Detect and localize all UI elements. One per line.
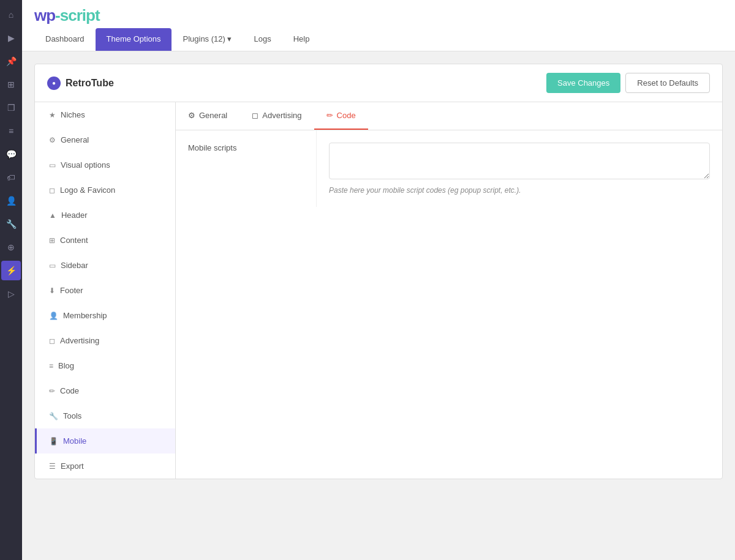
plugins-label: Plugins (12) — [183, 34, 225, 43]
right-content: ⚙ General ◻ Advertising ✏ Code — [176, 102, 722, 479]
blog-icon: ≡ — [49, 362, 53, 370]
content-icon: ⊞ — [49, 236, 55, 245]
content-area: Mobile scripts Paste here your mobile sc… — [176, 130, 722, 207]
sidebar-icon-user[interactable]: 👤 — [1, 191, 21, 211]
sidebar-icon-pin[interactable]: 📌 — [1, 51, 21, 71]
left-nav-item-blog[interactable]: ≡ Blog — [35, 353, 175, 378]
visual-options-label: Visual options — [61, 160, 110, 170]
icon-sidebar: ⌂ ▶ 📌 ⊞ ❒ ≡ 💬 🏷 👤 🔧 ⊕ ⚡ ▷ — [0, 0, 22, 560]
sidebar-icon-tag[interactable]: 🏷 — [1, 168, 21, 187]
sidebar-icon-layers[interactable]: ❒ — [1, 98, 21, 118]
page-content: ● RetroTube Save Changes Reset to Defaul… — [22, 51, 735, 560]
tools-label: Tools — [63, 411, 81, 420]
top-bar: wp-script Dashboard Theme Options Plugin… — [22, 0, 735, 51]
left-nav-item-niches[interactable]: ★ Niches — [35, 102, 175, 127]
sub-tabs: ⚙ General ◻ Advertising ✏ Code — [176, 102, 722, 130]
niches-icon: ★ — [49, 111, 56, 119]
mobile-icon: 📱 — [49, 437, 58, 446]
plugins-dropdown-icon: ▾ — [227, 34, 232, 43]
reset-defaults-button[interactable]: Reset to Defaults — [625, 73, 710, 93]
sub-tab-advertising[interactable]: ◻ Advertising — [239, 102, 314, 130]
mobile-label: Mobile — [63, 436, 86, 446]
input-col: Paste here your mobile script codes (eg … — [317, 130, 722, 207]
save-changes-button[interactable]: Save Changes — [546, 73, 620, 93]
advertising-icon: ◻ — [49, 337, 55, 345]
left-nav-item-header[interactable]: ▲ Header — [35, 203, 175, 228]
nav-tab-logs[interactable]: Logs — [243, 28, 282, 51]
nav-tab-plugins[interactable]: Plugins (12) ▾ — [172, 28, 243, 51]
main-content: wp-script Dashboard Theme Options Plugin… — [22, 0, 735, 560]
sub-tab-general-label: General — [199, 111, 227, 120]
panel-title-text: RetroTube — [66, 78, 114, 89]
blog-label: Blog — [58, 361, 74, 370]
membership-label: Membership — [63, 311, 107, 320]
left-nav-item-visual-options[interactable]: ▭ Visual options — [35, 152, 175, 177]
sidebar-icon-comment[interactable]: 💬 — [1, 144, 21, 164]
membership-icon: 👤 — [49, 312, 58, 320]
left-nav-item-general[interactable]: ⚙ General — [35, 127, 175, 152]
section-label-col: Mobile scripts — [176, 130, 317, 207]
nav-tab-dashboard[interactable]: Dashboard — [34, 28, 96, 51]
panel-header: ● RetroTube Save Changes Reset to Defaul… — [35, 64, 722, 102]
code-label: Code — [60, 386, 79, 395]
sub-tab-advertising-label: Advertising — [262, 111, 301, 120]
export-label: Export — [61, 461, 84, 471]
panel-title: ● RetroTube — [47, 77, 114, 90]
left-nav-item-footer[interactable]: ⬇ Footer — [35, 278, 175, 303]
theme-panel: ● RetroTube Save Changes Reset to Defaul… — [34, 64, 723, 479]
left-nav-item-export[interactable]: ☰ Export — [35, 454, 175, 479]
sub-tab-code[interactable]: ✏ Code — [314, 102, 368, 130]
app-wrapper: ⌂ ▶ 📌 ⊞ ❒ ≡ 💬 🏷 👤 🔧 ⊕ ⚡ ▷ wp-script Dash… — [0, 0, 735, 560]
sidebar-label: Sidebar — [61, 261, 88, 270]
content-label: Content — [60, 236, 88, 245]
general-label: General — [61, 135, 89, 144]
sidebar-icon-play2[interactable]: ▷ — [1, 284, 21, 304]
sidebar-icon-wrench[interactable]: 🔧 — [1, 214, 21, 234]
sub-tab-general-icon: ⚙ — [188, 111, 195, 120]
logo-favicon-icon: ◻ — [49, 186, 55, 195]
sub-tab-code-label: Code — [337, 111, 356, 120]
logo-favicon-label: Logo & Favicon — [60, 185, 115, 195]
panel-title-icon: ● — [47, 77, 61, 90]
sidebar-icon-video[interactable]: ▶ — [1, 28, 21, 48]
nav-tabs: Dashboard Theme Options Plugins (12) ▾ L… — [22, 28, 735, 51]
visual-options-icon: ▭ — [49, 161, 56, 170]
sub-tab-advertising-icon: ◻ — [252, 111, 258, 120]
mobile-scripts-textarea[interactable] — [329, 143, 710, 179]
tools-icon: 🔧 — [49, 412, 58, 420]
sub-tab-general[interactable]: ⚙ General — [176, 102, 239, 130]
sidebar-icon: ▭ — [49, 261, 56, 270]
left-nav-item-membership[interactable]: 👤 Membership — [35, 303, 175, 328]
left-nav-item-advertising[interactable]: ◻ Advertising — [35, 328, 175, 353]
nav-tab-theme-options[interactable]: Theme Options — [96, 28, 172, 51]
sidebar-icon-active[interactable]: ⚡ — [1, 261, 21, 280]
footer-icon: ⬇ — [49, 286, 55, 295]
sidebar-icon-home[interactable]: ⌂ — [1, 5, 21, 24]
section-label: Mobile scripts — [188, 143, 236, 152]
left-nav-item-tools[interactable]: 🔧 Tools — [35, 403, 175, 428]
sidebar-icon-table[interactable]: ⊞ — [1, 75, 21, 94]
sub-tab-code-icon: ✏ — [326, 111, 333, 120]
panel-actions: Save Changes Reset to Defaults — [546, 73, 710, 93]
left-nav: ★ Niches ⚙ General ▭ Visual options ◻ — [35, 102, 176, 479]
left-nav-item-mobile[interactable]: 📱 Mobile — [35, 428, 175, 454]
logo-area: wp-script — [22, 0, 735, 28]
left-nav-item-content[interactable]: ⊞ Content — [35, 228, 175, 253]
advertising-label: Advertising — [60, 336, 99, 345]
code-icon: ✏ — [49, 387, 55, 395]
general-icon: ⚙ — [49, 136, 56, 144]
sidebar-icon-plugin[interactable]: ⊕ — [1, 237, 21, 257]
hint-text: Paste here your mobile script codes (eg … — [329, 186, 710, 195]
header-icon: ▲ — [49, 211, 56, 220]
left-nav-item-sidebar[interactable]: ▭ Sidebar — [35, 253, 175, 278]
logo: wp-script — [34, 6, 723, 25]
header-label: Header — [61, 211, 88, 220]
left-nav-item-code[interactable]: ✏ Code — [35, 378, 175, 403]
footer-label: Footer — [60, 286, 83, 295]
niches-label: Niches — [61, 110, 85, 119]
export-icon: ☰ — [49, 462, 56, 471]
sidebar-icon-list[interactable]: ≡ — [1, 121, 21, 141]
left-nav-item-logo-favicon[interactable]: ◻ Logo & Favicon — [35, 177, 175, 203]
panel-body: ★ Niches ⚙ General ▭ Visual options ◻ — [35, 102, 722, 479]
nav-tab-help[interactable]: Help — [282, 28, 321, 51]
